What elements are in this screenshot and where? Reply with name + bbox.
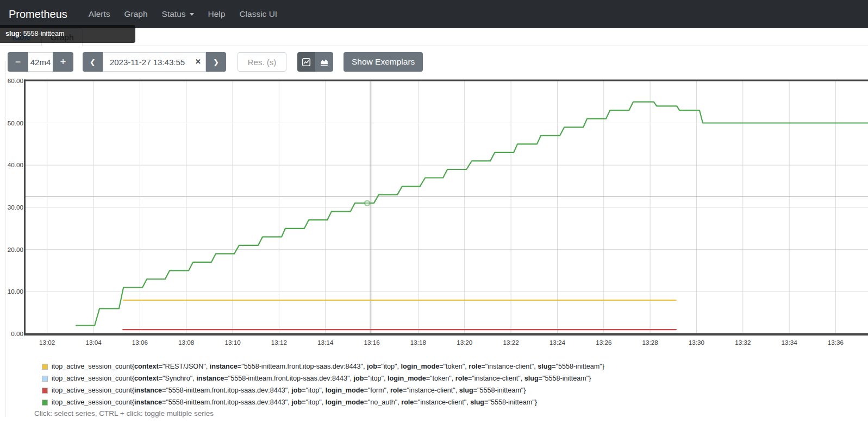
nav-item-help[interactable]: Help bbox=[201, 9, 233, 19]
tooltip-separator: : bbox=[20, 30, 23, 37]
chart-region: 13:0213:0413:0613:0813:1013:1213:1413:16… bbox=[0, 76, 868, 350]
range-group: − + bbox=[8, 52, 73, 72]
legend-swatch bbox=[42, 376, 48, 382]
tooltip-label: slug bbox=[5, 30, 20, 37]
svg-text:13:34: 13:34 bbox=[782, 339, 798, 346]
chevron-down-icon bbox=[190, 13, 194, 16]
navbar-items: AlertsGraphStatusHelpClassic UI bbox=[82, 9, 284, 19]
range-input[interactable] bbox=[28, 52, 53, 72]
graph-chart[interactable]: 13:0213:0413:0613:0813:1013:1213:1413:16… bbox=[0, 76, 868, 350]
svg-text:0.00: 0.00 bbox=[11, 330, 23, 337]
svg-text:13:32: 13:32 bbox=[735, 339, 751, 346]
time-input[interactable] bbox=[103, 52, 206, 72]
svg-text:13:18: 13:18 bbox=[410, 339, 426, 346]
x-axis-labels: 13:0213:0413:0613:0813:1013:1213:1413:16… bbox=[39, 339, 844, 346]
slug-tooltip: slug: 5558-initteam bbox=[0, 25, 135, 43]
legend-hint: Click: select series, CTRL + click: togg… bbox=[34, 409, 214, 417]
svg-text:13:10: 13:10 bbox=[224, 339, 241, 346]
svg-text:50.00: 50.00 bbox=[8, 119, 24, 126]
svg-text:13:26: 13:26 bbox=[596, 339, 611, 346]
svg-text:13:08: 13:08 bbox=[178, 339, 194, 346]
svg-text:20.00: 20.00 bbox=[8, 246, 24, 253]
graph-controls: − + ❮ ✕ ❯ Show Exemplars bbox=[0, 52, 868, 72]
hover-point bbox=[365, 201, 370, 206]
legend-label: itop_active_session_count{context="REST/… bbox=[52, 363, 604, 370]
legend-item[interactable]: itop_active_session_count{context="Synch… bbox=[34, 372, 850, 384]
legend-label: itop_active_session_count{context="Synch… bbox=[52, 375, 591, 382]
range-increase-button[interactable]: + bbox=[53, 52, 73, 72]
svg-text:13:30: 13:30 bbox=[689, 339, 705, 346]
legend-swatch bbox=[42, 400, 48, 406]
svg-text:13:16: 13:16 bbox=[364, 339, 379, 346]
legend-swatch bbox=[42, 388, 48, 394]
svg-text:13:14: 13:14 bbox=[317, 339, 334, 346]
svg-text:13:24: 13:24 bbox=[549, 339, 566, 346]
nav-item-classic-ui[interactable]: Classic UI bbox=[232, 9, 284, 19]
resolution-input[interactable] bbox=[238, 52, 286, 72]
svg-text:13:22: 13:22 bbox=[503, 339, 519, 346]
gridlines bbox=[26, 81, 868, 333]
legend-label: itop_active_session_count{instance="5558… bbox=[52, 387, 526, 394]
tooltip-value: 5558-initteam bbox=[23, 30, 65, 37]
legend-label: itop_active_session_count{instance="5558… bbox=[52, 398, 537, 406]
svg-text:13:04: 13:04 bbox=[85, 339, 102, 346]
show-exemplars-button[interactable]: Show Exemplars bbox=[344, 52, 423, 72]
chart-legend: itop_active_session_count{context="REST/… bbox=[34, 360, 850, 408]
legend-item[interactable]: itop_active_session_count{context="REST/… bbox=[34, 360, 850, 372]
svg-text:60.00: 60.00 bbox=[8, 77, 24, 84]
legend-item[interactable]: itop_active_session_count{instance="5558… bbox=[34, 384, 850, 396]
stacked-chart-toggle-button[interactable] bbox=[315, 52, 333, 72]
brand-prometheus[interactable]: Prometheus bbox=[9, 8, 67, 21]
svg-text:13:36: 13:36 bbox=[828, 339, 844, 346]
time-group: ❮ ✕ ❯ bbox=[83, 52, 226, 72]
line-chart-toggle-button[interactable] bbox=[297, 52, 315, 72]
chart-type-toggle bbox=[297, 52, 333, 72]
chart-line-icon bbox=[302, 58, 311, 67]
nav-item-status[interactable]: Status bbox=[155, 9, 201, 19]
svg-text:13:02: 13:02 bbox=[39, 339, 55, 346]
svg-text:13:12: 13:12 bbox=[271, 339, 287, 346]
legend-item[interactable]: itop_active_session_count{instance="5558… bbox=[34, 396, 850, 408]
svg-text:10.00: 10.00 bbox=[8, 288, 24, 295]
svg-text:30.00: 30.00 bbox=[8, 204, 24, 211]
svg-text:13:20: 13:20 bbox=[457, 339, 473, 346]
chart-area-icon bbox=[320, 58, 329, 67]
clear-time-icon[interactable]: ✕ bbox=[195, 52, 201, 72]
y-axis-labels: 0.0010.0020.0030.0040.0050.0060.00 bbox=[8, 77, 24, 337]
prometheus-page: { "navbar": { "brand": "Prometheus", "it… bbox=[0, 0, 868, 424]
time-prev-button[interactable]: ❮ bbox=[83, 52, 103, 72]
svg-text:40.00: 40.00 bbox=[8, 161, 24, 168]
svg-text:13:28: 13:28 bbox=[642, 339, 658, 346]
nav-item-graph[interactable]: Graph bbox=[117, 9, 154, 19]
legend-swatch bbox=[42, 364, 48, 370]
range-decrease-button[interactable]: − bbox=[8, 52, 28, 72]
nav-item-alerts[interactable]: Alerts bbox=[82, 9, 117, 19]
navbar: Prometheus AlertsGraphStatusHelpClassic … bbox=[0, 0, 868, 28]
svg-text:13:06: 13:06 bbox=[132, 339, 148, 346]
time-next-button[interactable]: ❯ bbox=[206, 52, 226, 72]
time-input-wrap: ✕ bbox=[103, 52, 206, 72]
